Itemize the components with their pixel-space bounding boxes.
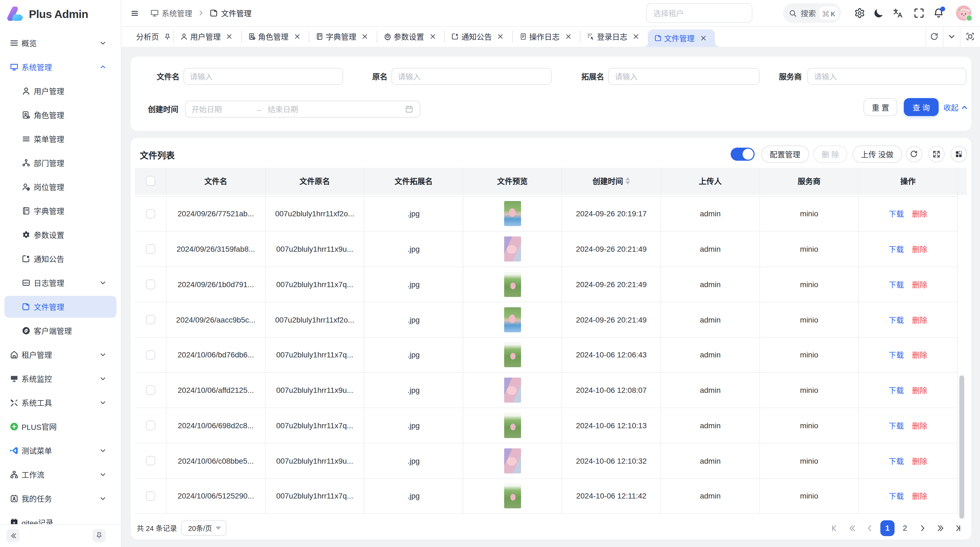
- svg-text:DEV: DEV: [24, 282, 29, 284]
